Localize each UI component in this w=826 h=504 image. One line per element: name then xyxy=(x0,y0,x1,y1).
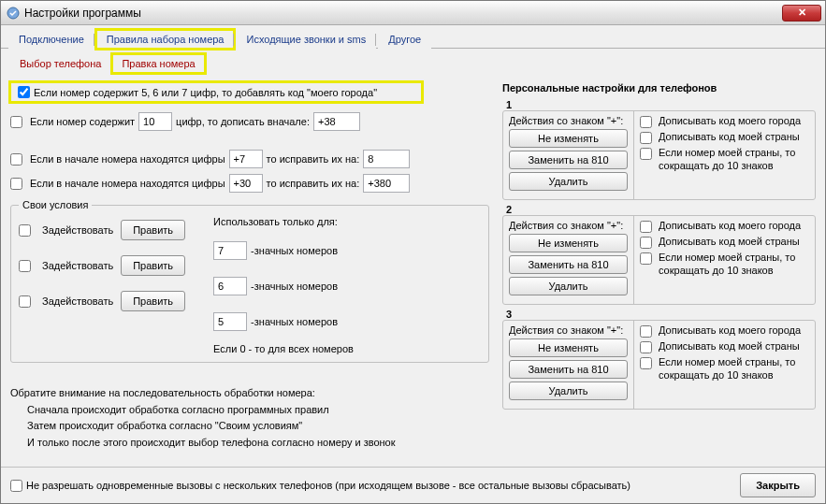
replace-prefix-2-checkbox[interactable] xyxy=(10,178,22,190)
close-icon[interactable]: ✕ xyxy=(782,5,821,22)
phone-block-2: Действия со знаком "+": Не изменять Заме… xyxy=(502,215,816,305)
phone-1-delete-button[interactable]: Удалить xyxy=(509,172,628,191)
phone-block-2-number: 2 xyxy=(506,204,816,215)
main-tabs: Подключение Правила набора номера Исходя… xyxy=(1,25,825,49)
phone-2-delete-button[interactable]: Удалить xyxy=(509,277,628,295)
no-multi-calls-label: Не разрешать одновременные вызовы с неск… xyxy=(26,480,630,491)
sub-tabs: Выбор телефона Правка номера xyxy=(10,54,816,73)
use-only-label: Использовать только для: xyxy=(213,216,354,227)
phone-2-replace810-button[interactable]: Заменить на 810 xyxy=(509,255,628,274)
note-line-1: Сначала происходит обработка согласно пр… xyxy=(10,402,489,419)
use-only-3-suffix: -значных номеров xyxy=(251,316,338,327)
phone-3-delete-button[interactable]: Удалить xyxy=(509,382,628,400)
add-city-code-label: Если номер содержит 5, 6 или 7 цифр, то … xyxy=(34,87,377,98)
zero-means-all-label: Если 0 - то для всех номеров xyxy=(213,343,354,354)
tab-other[interactable]: Другое xyxy=(378,30,431,49)
titlebar: Настройки программы ✕ xyxy=(1,1,825,25)
prepend-prefix-value-input[interactable] xyxy=(313,112,360,131)
app-icon xyxy=(7,7,20,20)
phone-1-keep-button[interactable]: Не изменять xyxy=(509,129,628,148)
note-line-0: Обратите внимание на последовательность … xyxy=(10,385,489,402)
prepend-prefix-row: Если номер содержит цифр, то дописать вн… xyxy=(10,111,489,132)
phone-1-cb-city[interactable] xyxy=(640,116,652,128)
phone-1-cb-short-label: Если номер моей страны, то сокращать до … xyxy=(659,147,809,173)
no-multi-calls-checkbox[interactable] xyxy=(10,480,22,492)
close-button[interactable]: Закрыть xyxy=(740,473,816,497)
phone-2-cb-city-label: Дописывать код моего города xyxy=(659,220,801,233)
own-rule-2-checkbox[interactable] xyxy=(19,260,31,272)
own-rule-2-label: Задействовать xyxy=(42,260,113,271)
phone-2-cb-country-label: Дописывать код моей страны xyxy=(659,236,800,249)
own-rules-fieldset: Свои условия Задействовать Править Задей… xyxy=(10,199,489,363)
phone-2-cb-short-label: Если номер моей страны, то сокращать до … xyxy=(659,252,809,278)
replace-prefix-1-from-input[interactable] xyxy=(229,150,263,168)
note-line-2: Затем происходит обработка согласно "Сво… xyxy=(10,418,489,435)
replace-prefix-row-2: Если в начале номера находятся цифры то … xyxy=(10,173,489,194)
phone-1-replace810-button[interactable]: Заменить на 810 xyxy=(509,151,628,169)
phone-2-cb-city[interactable] xyxy=(640,221,652,233)
phone-1-cb-country[interactable] xyxy=(640,132,652,144)
subtab-phone-choice[interactable]: Выбор телефона xyxy=(10,54,110,73)
phone-1-cb-short[interactable] xyxy=(640,148,652,160)
own-rule-3-label: Задействовать xyxy=(42,295,113,307)
own-rule-3-checkbox[interactable] xyxy=(19,295,31,308)
own-rule-1-edit-button[interactable]: Править xyxy=(121,220,185,240)
processing-order-notes: Обратите внимание на последовательность … xyxy=(10,385,489,451)
use-only-3-input[interactable] xyxy=(213,312,247,331)
replace-prefix-1-checkbox[interactable] xyxy=(10,153,22,166)
phone-2-cb-short[interactable] xyxy=(640,252,652,265)
replace-prefix-1-to-input[interactable] xyxy=(363,150,410,168)
phone-1-cb-city-label: Дописывать код моего города xyxy=(659,115,801,128)
replace-prefix-2-label-a: Если в начале номера находятся цифры xyxy=(30,178,225,189)
phone-block-3: Действия со знаком "+": Не изменять Заме… xyxy=(502,320,816,410)
phone-3-keep-button[interactable]: Не изменять xyxy=(509,338,628,357)
phone-3-cb-short[interactable] xyxy=(640,357,652,369)
phone-1-cb-country-label: Дописывать код моей страны xyxy=(659,131,800,144)
window-title: Настройки программы xyxy=(24,7,782,20)
own-rule-3-edit-button[interactable]: Править xyxy=(121,291,185,311)
add-city-code-checkbox[interactable] xyxy=(18,86,30,98)
own-rule-2-edit-button[interactable]: Править xyxy=(121,255,185,276)
settings-window: Настройки программы ✕ Подключение Правил… xyxy=(0,0,826,504)
phone-3-cb-country[interactable] xyxy=(640,341,652,353)
note-line-3: И только после этого происходит выбор те… xyxy=(10,435,489,452)
replace-prefix-row-1: Если в начале номера находятся цифры то … xyxy=(10,149,489,169)
tab-connection[interactable]: Подключение xyxy=(8,30,94,49)
footer: Не разрешать одновременные вызовы с неск… xyxy=(1,467,825,503)
use-only-1-suffix: -значных номеров xyxy=(251,245,338,256)
phone-3-cb-country-label: Дописывать код моей страны xyxy=(659,340,800,353)
phone-3-cb-city[interactable] xyxy=(640,325,652,338)
phone-1-plus-label: Действия со знаком "+": xyxy=(509,115,628,126)
phone-3-replace810-button[interactable]: Заменить на 810 xyxy=(509,360,628,379)
phone-block-1-number: 1 xyxy=(506,99,816,110)
replace-prefix-1-label-a: Если в начале номера находятся цифры xyxy=(30,153,225,165)
replace-prefix-2-to-input[interactable] xyxy=(363,174,410,193)
phone-3-cb-short-label: Если номер моей страны, то сокращать до … xyxy=(659,356,809,382)
subtab-number-edit[interactable]: Правка номера xyxy=(112,54,204,73)
own-rule-1-checkbox[interactable] xyxy=(19,224,31,237)
prepend-prefix-label-b: цифр, то дописать вначале: xyxy=(176,116,310,127)
use-only-2-suffix: -значных номеров xyxy=(251,281,338,292)
phone-block-1: Действия со знаком "+": Не изменять Заме… xyxy=(502,110,816,200)
phone-2-keep-button[interactable]: Не изменять xyxy=(509,234,628,252)
replace-prefix-2-from-input[interactable] xyxy=(229,174,263,193)
add-city-code-row: Если номер содержит 5, 6 или 7 цифр, то … xyxy=(10,82,422,102)
phone-block-3-number: 3 xyxy=(506,309,816,320)
tab-dial-rules[interactable]: Правила набора номера xyxy=(96,30,235,49)
phone-3-cb-city-label: Дописывать код моего города xyxy=(659,324,801,338)
prepend-prefix-checkbox[interactable] xyxy=(10,116,22,128)
use-only-1-input[interactable] xyxy=(213,241,247,260)
tab-outgoing[interactable]: Исходящие звонки и sms xyxy=(236,30,376,49)
phone-2-plus-label: Действия со знаком "+": xyxy=(509,220,628,231)
phone-3-plus-label: Действия со знаком "+": xyxy=(509,324,628,336)
use-only-2-input[interactable] xyxy=(213,277,247,295)
replace-prefix-1-label-b: то исправить их на: xyxy=(267,153,360,165)
prepend-prefix-label-a: Если номер содержит xyxy=(30,116,135,127)
prepend-prefix-digits-input[interactable] xyxy=(138,112,172,131)
personal-settings-title: Персональные настройки для телефонов xyxy=(502,82,816,94)
replace-prefix-2-label-b: то исправить их на: xyxy=(267,178,360,189)
own-rules-legend: Свои условия xyxy=(19,199,92,210)
phone-2-cb-country[interactable] xyxy=(640,237,652,249)
own-rule-1-label: Задействовать xyxy=(42,224,113,236)
